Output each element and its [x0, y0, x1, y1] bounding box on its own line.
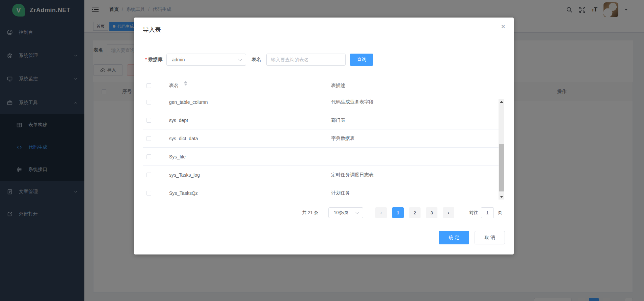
import-table-dialog: 导入表 × *数据库 admin 表名 查询 表名 表描述 gen_table_…	[134, 18, 514, 254]
dialog-table-header: 表名 表描述	[143, 78, 499, 93]
database-select[interactable]: admin	[166, 54, 246, 66]
query-button-label: 查询	[357, 57, 366, 63]
dialog-search-form: *数据库 admin 表名 查询	[145, 54, 373, 66]
confirm-button-label: 确 定	[449, 235, 459, 241]
scroll-up-icon[interactable]	[499, 99, 504, 104]
cell-table-name: sys_dict_data	[169, 136, 198, 141]
page-button-3[interactable]: 3	[426, 207, 437, 218]
page-button-2[interactable]: 2	[409, 207, 421, 218]
dialog-pagination: 共 21 条 10条/页 ‹ 1 2 3 › 前往 页	[302, 207, 502, 218]
prev-page-button[interactable]: ‹	[375, 207, 387, 218]
cancel-button[interactable]: 取 消	[475, 231, 505, 244]
scroll-down-icon[interactable]	[499, 194, 504, 200]
column-header-table-desc: 表描述	[331, 83, 345, 89]
sort-carets-icon[interactable]	[184, 81, 187, 86]
database-select-value: admin	[172, 57, 185, 62]
app-root: V ZrAdmin.NET 控制台 系统管理 系统监控 系统工具 表单构建	[0, 0, 644, 301]
cell-table-desc: 定时任务调度日志表	[331, 172, 374, 178]
page-button-1[interactable]: 1	[392, 207, 404, 218]
dialog-select-all-checkbox[interactable]	[146, 83, 151, 88]
cancel-button-label: 取 消	[485, 235, 495, 241]
dialog-title: 导入表	[143, 26, 161, 34]
confirm-button[interactable]: 确 定	[439, 231, 469, 244]
table-scrollbar[interactable]	[499, 99, 504, 200]
table-row[interactable]: Sys_TasksQz 计划任务	[143, 184, 499, 202]
required-asterisk: *	[145, 57, 147, 62]
table-row[interactable]: gen_table_column 代码生成业务表字段	[143, 93, 499, 111]
chevron-down-icon	[355, 210, 359, 214]
row-checkbox[interactable]	[146, 173, 151, 177]
page-size-value: 10条/页	[334, 210, 349, 216]
table-row[interactable]: sys_dept 部门表	[143, 111, 499, 129]
row-checkbox[interactable]	[146, 191, 151, 195]
cell-table-name: Sys_TasksQz	[169, 190, 198, 196]
database-label: *数据库	[145, 57, 162, 63]
goto-label: 前往	[469, 210, 478, 216]
row-checkbox[interactable]	[146, 154, 151, 159]
row-checkbox[interactable]	[146, 118, 151, 123]
query-button[interactable]: 查询	[350, 54, 373, 66]
cell-table-desc: 字典数据表	[331, 136, 355, 142]
cell-table-name: Sys_file	[169, 154, 186, 159]
cell-table-name: sys_dept	[169, 118, 188, 123]
goto-unit-label: 页	[498, 210, 502, 216]
dialog-table-name-label: 表名	[251, 57, 261, 63]
cell-table-desc: 代码生成业务表字段	[331, 99, 374, 105]
chevron-down-icon	[238, 57, 243, 61]
scrollbar-thumb[interactable]	[499, 144, 504, 191]
column-header-table-name: 表名	[169, 83, 179, 89]
dialog-table-name-input[interactable]	[266, 54, 346, 66]
cell-table-name: sys_Tasks_log	[169, 172, 200, 178]
cell-table-desc: 部门表	[331, 117, 345, 123]
table-row[interactable]: sys_dict_data 字典数据表	[143, 129, 499, 148]
row-checkbox[interactable]	[146, 136, 151, 141]
next-page-button[interactable]: ›	[443, 207, 454, 218]
cell-table-desc: 计划任务	[331, 190, 350, 196]
table-row[interactable]: sys_Tasks_log 定时任务调度日志表	[143, 166, 499, 184]
goto-page-input[interactable]	[481, 207, 494, 218]
close-icon[interactable]: ×	[501, 23, 505, 30]
table-row[interactable]: Sys_file	[143, 148, 499, 166]
row-checkbox[interactable]	[146, 100, 151, 104]
page-size-select[interactable]: 10条/页	[328, 207, 363, 218]
cell-table-name: gen_table_column	[169, 99, 208, 105]
pagination-total: 共 21 条	[302, 210, 318, 216]
